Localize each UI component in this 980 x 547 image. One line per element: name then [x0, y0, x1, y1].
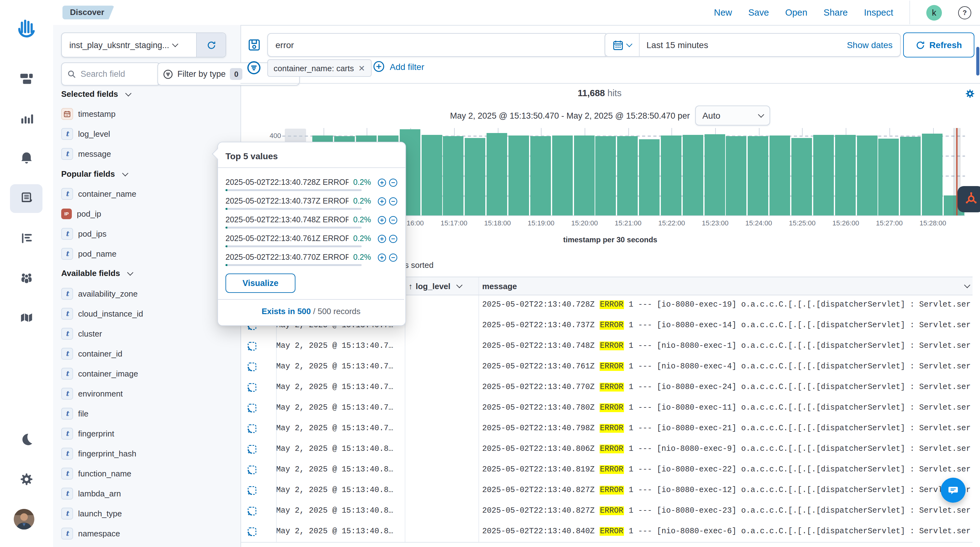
column-header-message[interactable]: message: [482, 277, 977, 295]
x-axis-tick-label: 15:17:00: [441, 219, 468, 227]
histogram-bar-15:22:00[interactable]: [661, 135, 681, 215]
histogram-bar-15:16:30[interactable]: [421, 135, 442, 215]
top-values-popover: Top 5 values 2025-05-02T22:13:40.728Z ER…: [217, 142, 406, 326]
scrollbar-thumb[interactable]: [976, 47, 979, 76]
histogram-bar-15:27:30[interactable]: [900, 137, 921, 215]
x-axis-tick-label: 15:22:00: [658, 219, 685, 227]
x-axis-tick-mark: [454, 128, 455, 136]
histogram-bar-15:20:30[interactable]: [595, 137, 616, 215]
x-axis-tick-label: 15:28:00: [920, 219, 946, 227]
histogram-bar-15:28:00[interactable]: [922, 134, 942, 215]
histogram-bar-15:21:00[interactable]: [617, 136, 638, 215]
popover-title: Top 5 values: [218, 142, 406, 168]
top-value-text: 2025-05-02T22:13:40.761Z ERROR…: [226, 234, 349, 243]
histogram-chart: 400 15:14:0015:15:0015:16:0015:17:0015:1…: [0, 0, 980, 547]
popover-footer: Exists in 500 / 500 records: [218, 307, 404, 316]
logs-scroll-icon[interactable]: [19, 191, 34, 206]
filter-for-value-icon[interactable]: [377, 234, 387, 243]
hubspot-sprocket-icon: [963, 192, 978, 207]
histogram-bar-15:19:00[interactable]: [530, 136, 551, 215]
x-axis-tick-label: 15:21:00: [615, 219, 641, 227]
x-axis-tick-mark: [672, 128, 672, 136]
filter-out-value-icon[interactable]: [388, 215, 398, 224]
top-value-distribution-bar: [226, 208, 362, 210]
top-value-row: 2025-05-02T22:13:40.770Z ERROR…0.2%: [226, 252, 398, 262]
x-axis-tick-mark: [367, 128, 368, 136]
column-divider: [479, 277, 479, 295]
y-axis-tick-label: 400: [266, 132, 281, 139]
filter-for-value-icon[interactable]: [377, 253, 387, 262]
filter-for-value-icon[interactable]: [377, 196, 387, 206]
filter-out-value-icon[interactable]: [388, 234, 398, 243]
top-value-row: 2025-05-02T22:13:40.761Z ERROR…0.2%: [226, 234, 398, 243]
x-axis-tick-label: 15:24:00: [746, 219, 772, 227]
x-axis-tick-mark: [802, 128, 803, 136]
records-total: / 500 records: [311, 307, 360, 316]
histogram-bar-15:22:30[interactable]: [682, 135, 703, 215]
x-axis-tick-label: 15:18:00: [484, 219, 511, 227]
top-value-percent: 0.2%: [349, 215, 371, 224]
top-value-percent: 0.2%: [349, 178, 371, 187]
chevron-down-icon[interactable]: [456, 282, 463, 288]
filter-out-value-icon[interactable]: [388, 196, 398, 206]
top-value-row: 2025-05-02T22:13:40.737Z ERROR…0.2%: [226, 196, 398, 206]
x-axis-line: [316, 215, 965, 216]
discover-app: Discover New Save Open Share Inspect k ?…: [0, 0, 980, 547]
visualize-button[interactable]: Visualize: [226, 274, 296, 293]
histogram-bar-15:25:00[interactable]: [791, 138, 812, 215]
top-value-distribution-bar: [226, 227, 362, 229]
histogram-bar-15:17:30[interactable]: [465, 138, 486, 215]
top-value-row: 2025-05-02T22:13:40.728Z ERROR…0.2%: [226, 177, 398, 187]
top-value-text: 2025-05-02T22:13:40.770Z ERROR…: [226, 253, 349, 262]
histogram-bar-15:25:30[interactable]: [813, 135, 834, 215]
x-axis-tick-mark: [541, 128, 541, 136]
top-value-text: 2025-05-02T22:13:40.737Z ERROR…: [226, 197, 349, 205]
filter-out-value-icon[interactable]: [388, 178, 398, 187]
histogram-bar-15:23:00[interactable]: [704, 135, 725, 215]
x-axis-tick-mark: [585, 128, 585, 136]
histogram-bar-15:26:30[interactable]: [857, 136, 877, 215]
top-value-percent: 0.2%: [349, 253, 371, 262]
x-axis-tick-mark: [628, 128, 628, 136]
filter-for-value-icon[interactable]: [377, 178, 387, 187]
top-value-percent: 0.2%: [349, 197, 371, 205]
histogram-bar-15:18:30[interactable]: [508, 135, 529, 215]
top-value-text: 2025-05-02T22:13:40.728Z ERROR…: [226, 178, 349, 187]
top-value-distribution-bar: [226, 264, 362, 266]
histogram-bar-15:26:00[interactable]: [835, 135, 855, 215]
histogram-bar-15:21:30[interactable]: [639, 139, 660, 215]
histogram-bar-15:19:30[interactable]: [552, 136, 573, 215]
chat-widget-button[interactable]: [941, 478, 966, 502]
histogram-bar-15:24:30[interactable]: [770, 136, 790, 215]
x-axis-tick-mark: [889, 128, 890, 136]
top-value-percent: 0.2%: [349, 234, 371, 243]
histogram-bar-15:23:30[interactable]: [726, 136, 747, 215]
x-axis-tick-label: 15:26:00: [832, 219, 859, 227]
column-header-log-level[interactable]: ↑ log_level: [409, 277, 479, 295]
filter-for-value-icon[interactable]: [377, 215, 387, 224]
histogram-bar-15:24:00[interactable]: [748, 137, 768, 215]
x-axis-tick-label: 15:25:00: [789, 219, 816, 227]
divider: [218, 299, 404, 300]
exists-in-link[interactable]: Exists in 500: [262, 307, 311, 316]
hubspot-widget-button[interactable]: [958, 186, 980, 212]
top-value-distribution-bar: [226, 245, 362, 247]
top-value-distribution-bar: [226, 189, 362, 191]
x-axis-tick-label: 15:27:00: [876, 219, 903, 227]
x-axis-tick-label: 15:20:00: [571, 219, 598, 227]
x-axis-tick-mark: [759, 128, 759, 136]
top-value-row: 2025-05-02T22:13:40.748Z ERROR…0.2%: [226, 215, 398, 225]
chat-bubble-icon: [947, 484, 959, 496]
x-axis-tick-mark: [323, 128, 324, 136]
histogram-bar-15:17:00[interactable]: [443, 136, 464, 215]
histogram-bar-15:27:00[interactable]: [878, 138, 899, 215]
chevron-down-icon[interactable]: [964, 282, 970, 288]
sort-asc-icon: ↑: [409, 281, 412, 291]
histogram-bar-15:20:00[interactable]: [574, 135, 594, 215]
x-axis-tick-label: 15:19:00: [528, 219, 555, 227]
x-axis-tick-label: 15:23:00: [702, 219, 729, 227]
histogram-bar-15:18:00[interactable]: [487, 133, 507, 215]
filter-out-value-icon[interactable]: [388, 253, 398, 262]
top-value-text: 2025-05-02T22:13:40.748Z ERROR…: [226, 215, 349, 224]
